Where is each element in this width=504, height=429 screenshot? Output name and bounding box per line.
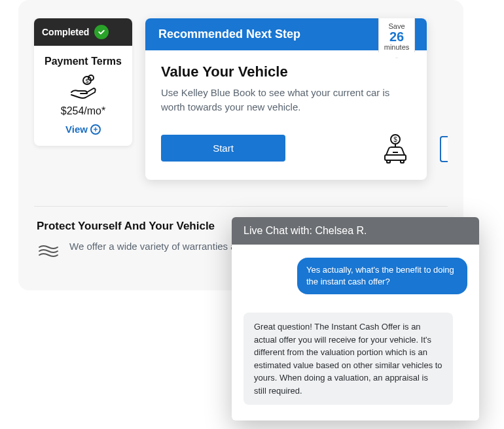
cards-row: Completed Payment Terms $ $254/mo*: [34, 18, 448, 180]
recommend-title: Value Your Vehicle: [161, 63, 411, 80]
chat-panel: Live Chat with: Chelsea R. Yes actually,…: [232, 217, 479, 420]
completed-header: Completed: [34, 18, 132, 46]
svg-rect-6: [385, 155, 406, 160]
svg-rect-7: [387, 160, 390, 163]
chat-user-message: Yes actually, what's the benefit to doin…: [297, 258, 467, 294]
car-value-icon: $: [380, 133, 411, 164]
completed-price: $254/mo*: [42, 105, 124, 117]
ribbon-number: 26: [379, 30, 414, 43]
recommend-body: Value Your Vehicle Use Kelley Blue Book …: [145, 50, 427, 180]
svg-rect-8: [401, 160, 404, 163]
svg-text:$: $: [393, 136, 397, 143]
completed-card: Completed Payment Terms $ $254/mo*: [34, 18, 132, 146]
divider: [34, 206, 448, 207]
recommend-footer: Start $: [161, 133, 411, 164]
save-ribbon: Save 26 minutes: [378, 18, 415, 58]
recommend-desc: Use Kelley Blue Book to see what your cu…: [161, 86, 411, 114]
view-link[interactable]: View +: [65, 124, 101, 135]
recommend-card: Recommended Next Step Save 26 minutes Va…: [145, 18, 427, 180]
check-circle-icon: [94, 25, 109, 39]
plus-circle-icon: +: [90, 124, 101, 135]
chat-agent-message: Great question! The Instant Cash Offer i…: [243, 313, 453, 405]
next-card-peek[interactable]: [440, 136, 448, 162]
start-button[interactable]: Start: [161, 135, 285, 162]
completed-body: Payment Terms $ $254/mo* View +: [34, 46, 132, 146]
completed-title: Payment Terms: [42, 55, 124, 67]
chat-header: Live Chat with: Chelsea R.: [232, 217, 479, 245]
ribbon-bottom-text: minutes: [379, 43, 414, 51]
chat-body: Yes actually, what's the benefit to doin…: [232, 245, 479, 420]
completed-badge-text: Completed: [42, 27, 89, 37]
view-link-label: View: [65, 124, 88, 135]
warranty-stack-icon: [37, 241, 60, 260]
money-hand-icon: $: [67, 74, 99, 100]
